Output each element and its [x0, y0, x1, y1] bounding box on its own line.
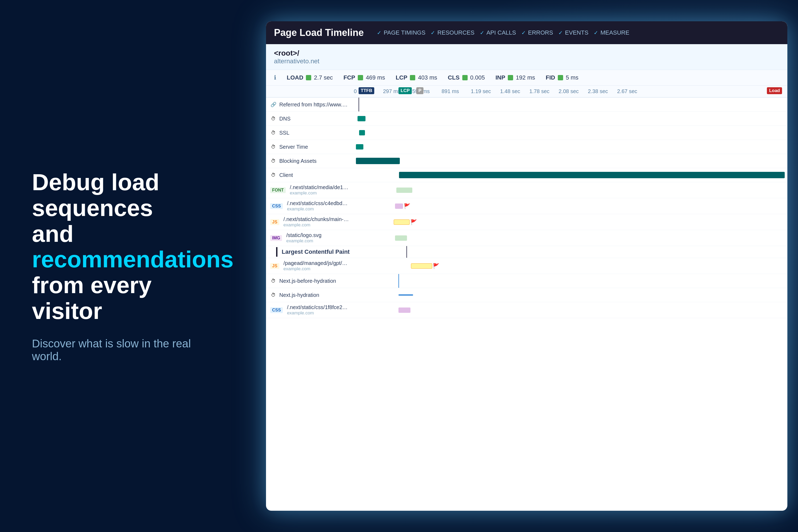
row-text-referred: Referred from https://www.google.com/: [279, 101, 349, 108]
url-domain: alternativeto.net: [274, 57, 779, 65]
row-text-ssl: SSL: [279, 130, 289, 136]
tick-267sec: 2.67 sec: [617, 88, 646, 94]
metric-fid: FID 5 ms: [546, 74, 578, 81]
table-row[interactable]: ⏱ Client: [266, 168, 787, 182]
tag-js: JS: [270, 219, 279, 225]
tick-178sec: 1.78 sec: [529, 88, 558, 94]
row-text-js2: /pagead/managed/js/gpt/m202312...: [284, 260, 349, 266]
bar-area-img: [354, 231, 787, 245]
timer-icon: ⏱: [270, 116, 277, 121]
bar-blocking-assets: [356, 158, 400, 164]
row-subtext-js1: example.com: [284, 222, 349, 228]
flag-marker-js2: 🚩: [433, 263, 439, 269]
bar-css1: [395, 204, 403, 209]
lcp-badge: LCP: [398, 87, 412, 94]
main-heading: Debug load sequences and recommendations…: [32, 169, 218, 324]
table-row[interactable]: ⏱ DNS: [266, 112, 787, 126]
url-root: <root>/: [274, 49, 779, 57]
table-row[interactable]: IMG /static/logo.svg example.com: [266, 230, 787, 246]
sub-text: Discover what is slow in the real world.: [32, 337, 218, 363]
timer-icon: ⏱: [270, 172, 277, 178]
tick-891ms: 891 ms: [441, 88, 471, 94]
bar-area-blocking-assets: [354, 154, 787, 168]
load-badge: Load: [767, 87, 782, 94]
tab-api-calls[interactable]: ✓ API CALLS: [480, 29, 516, 36]
link-icon: 🔗: [270, 101, 277, 108]
bar-area-client: [354, 168, 787, 182]
row-label-js1: JS /.next/static/chunks/main-dcf55ea... …: [266, 214, 354, 230]
table-row[interactable]: CSS /.next/static/css/1f8fce26ee94d0c...…: [266, 302, 787, 318]
row-text-js1: /.next/static/chunks/main-dcf55ea...: [284, 216, 349, 222]
table-row[interactable]: ⏱ Blocking Assets: [266, 154, 787, 168]
row-text-nextjs-hydration: Next.js-hydration: [279, 292, 319, 298]
tag-css: CSS: [270, 203, 283, 209]
timeline-ruler: 0 ms 297 ms 594 ms 891 ms 1.19 sec 1.48 …: [266, 86, 787, 98]
row-subtext-js2: example.com: [284, 266, 349, 271]
tab-page-timings[interactable]: ✓ PAGE TIMINGS: [377, 29, 425, 36]
row-text-nextjs-before: Next.js-before-hydration: [279, 278, 336, 284]
bar-area-referred: [354, 98, 787, 111]
table-row[interactable]: ⏱ Next.js-hydration: [266, 288, 787, 302]
metric-inp: INP 192 ms: [496, 74, 535, 81]
bar-area-nextjs-hydration: [354, 288, 787, 302]
row-text-css1-block: /.next/static/css/c4edbd1b6568f06... exa…: [287, 200, 349, 212]
row-label-nextjs-before: ⏱ Next.js-before-hydration: [266, 276, 354, 286]
header-tabs: ✓ PAGE TIMINGS ✓ RESOURCES ✓ API CALLS ✓…: [377, 29, 629, 36]
flag-marker-js1: 🚩: [411, 219, 417, 225]
ttfb-badge: TTFB: [359, 87, 374, 94]
row-text-dns: DNS: [279, 116, 290, 122]
tab-resources[interactable]: ✓ RESOURCES: [431, 29, 474, 36]
metric-cls-dot: [462, 75, 468, 80]
row-label-js2: JS /pagead/managed/js/gpt/m202312... exa…: [266, 258, 354, 274]
row-text-img: /static/logo.svg: [286, 232, 321, 238]
table-row[interactable]: JS /pagead/managed/js/gpt/m202312... exa…: [266, 258, 787, 274]
row-text-js2-block: /pagead/managed/js/gpt/m202312... exampl…: [284, 260, 349, 271]
row-text-font: /.next/static/media/de1e177efe5...: [290, 184, 349, 190]
timer-icon: ⏱: [270, 130, 277, 136]
row-text-css2-block: /.next/static/css/1f8fce26ee94d0c... exa…: [287, 304, 349, 316]
metric-lcp-dot: [410, 75, 415, 80]
tick-148sec: 1.48 sec: [500, 88, 529, 94]
tag-font: FONT: [270, 187, 286, 193]
metric-load-dot: [306, 75, 311, 80]
timeline-title: Page Load Timeline: [274, 27, 364, 38]
metric-cls: CLS 0.005: [448, 74, 485, 81]
row-subtext-css2: example.com: [287, 310, 349, 316]
lcp-label-row: Largest Contentful Paint: [266, 246, 787, 258]
metric-fid-dot: [558, 75, 563, 80]
heading-line1: Debug load sequences: [32, 169, 159, 221]
bar-area-ssl: [354, 126, 787, 140]
table-row[interactable]: ⏱ Server Time: [266, 140, 787, 154]
table-row[interactable]: FONT /.next/static/media/de1e177efe5... …: [266, 182, 787, 198]
table-row[interactable]: ⏱ SSL: [266, 126, 787, 140]
table-row[interactable]: CSS /.next/static/css/c4edbd1b6568f06...…: [266, 198, 787, 214]
metrics-bar: ℹ LOAD 2.7 sec FCP 469 ms LCP 403 ms CLS…: [266, 70, 787, 86]
browser-panel: Page Load Timeline ✓ PAGE TIMINGS ✓ RESO…: [266, 21, 787, 511]
row-text-client: Client: [279, 172, 293, 178]
row-text-font-block: /.next/static/media/de1e177efe5... examp…: [290, 184, 349, 196]
tab-measure[interactable]: ✓ MEASURE: [594, 29, 629, 36]
row-subtext-img: example.com: [286, 238, 321, 244]
tick-238sec: 2.38 sec: [588, 88, 617, 94]
timer-icon: ⏱: [270, 158, 277, 164]
row-text-blocking-assets: Blocking Assets: [279, 158, 317, 164]
lcp-vertical-line: [406, 246, 407, 258]
tick-119sec: 1.19 sec: [471, 88, 500, 94]
table-row[interactable]: 🔗 Referred from https://www.google.com/: [266, 98, 787, 112]
table-row[interactable]: JS /.next/static/chunks/main-dcf55ea... …: [266, 214, 787, 230]
table-row[interactable]: ⏱ Next.js-before-hydration: [266, 274, 787, 288]
row-label-img: IMG /static/logo.svg example.com: [266, 230, 354, 246]
heading-line2: and: [32, 220, 73, 247]
row-text-img-block: /static/logo.svg example.com: [286, 232, 321, 244]
metric-load: LOAD 2.7 sec: [287, 74, 333, 81]
lcp-label-bar: [276, 247, 278, 257]
bar-area-js2: 🚩: [354, 259, 787, 273]
tab-events[interactable]: ✓ EVENTS: [558, 29, 588, 36]
bar-nextjs-hydration: [398, 294, 413, 296]
bar-area-server-time: [354, 140, 787, 154]
bar-client: [399, 172, 785, 178]
timer-icon: ⏱: [270, 278, 277, 284]
row-label-css1: CSS /.next/static/css/c4edbd1b6568f06...…: [266, 198, 354, 214]
metric-fcp-dot: [358, 75, 363, 80]
tab-errors[interactable]: ✓ ERRORS: [521, 29, 553, 36]
